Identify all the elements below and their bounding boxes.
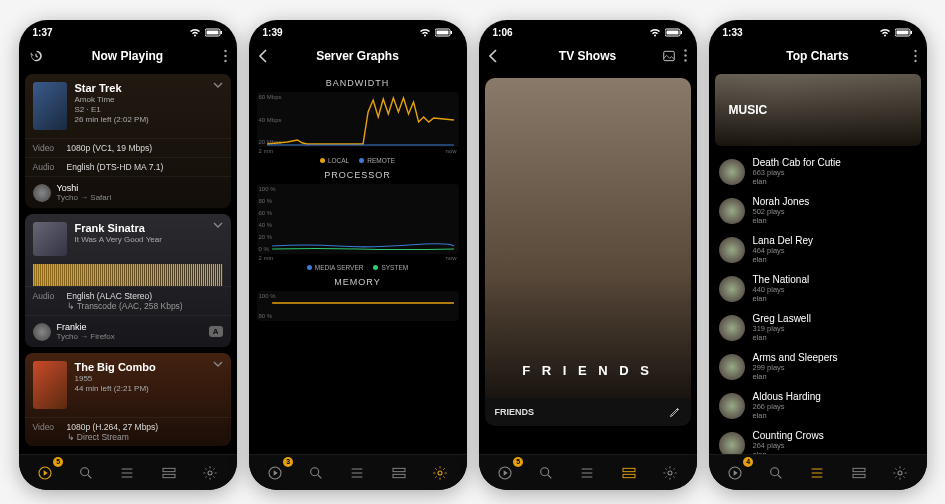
status-bar: 1:37 [19, 20, 237, 42]
chart-item[interactable]: Lana Del Rey464 playselan [715, 230, 921, 269]
nowplaying-card[interactable]: The Big Combo 1955 44 min left (2:21 PM)… [25, 353, 231, 446]
tab-list[interactable] [801, 459, 833, 487]
tv-card[interactable]: F R I E N D S FRIENDS [485, 78, 691, 426]
svg-point-18 [438, 471, 442, 475]
artist-thumb [719, 393, 745, 419]
section-bandwidth: BANDWIDTH [255, 78, 461, 88]
tab-search[interactable] [760, 459, 792, 487]
tab-servers[interactable] [613, 459, 645, 487]
chart-item[interactable]: Norah Jones502 playselan [715, 191, 921, 230]
remaining: 26 min left (2:02 PM) [75, 115, 149, 124]
svg-rect-29 [623, 474, 635, 477]
chart-memory: 100 % 80 % [257, 291, 459, 321]
tab-search[interactable] [530, 459, 562, 487]
artist-plays: 663 plays [753, 168, 917, 177]
badge: 5 [513, 457, 523, 467]
artist-plays: 299 plays [753, 363, 917, 372]
tab-settings[interactable] [194, 459, 226, 487]
status-bar: 1:33 [709, 20, 927, 42]
svg-rect-22 [663, 51, 674, 60]
svg-point-15 [311, 467, 319, 475]
tab-servers[interactable] [153, 459, 185, 487]
tab-settings[interactable] [654, 459, 686, 487]
tab-search[interactable] [300, 459, 332, 487]
nowplaying-card[interactable]: Star Trek Amok Time S2 · E1 26 min left … [25, 74, 231, 208]
episode: S2 · E1 [75, 105, 149, 114]
edit-icon[interactable] [669, 406, 681, 418]
battery-icon [205, 28, 223, 37]
more-icon[interactable] [224, 50, 227, 63]
wifi-icon [649, 28, 661, 37]
header: Server Graphs [249, 42, 467, 70]
svg-point-5 [224, 60, 226, 62]
more-icon[interactable] [914, 50, 917, 63]
chevron-down-icon[interactable] [213, 361, 223, 409]
chart-item[interactable]: Aldous Harding266 playselan [715, 386, 921, 425]
artist-plays: 440 plays [753, 285, 917, 294]
svg-point-4 [224, 55, 226, 57]
back-icon[interactable] [259, 49, 267, 63]
more-icon[interactable] [684, 49, 687, 63]
svg-rect-33 [910, 31, 912, 34]
poster [33, 361, 67, 409]
owner: elan [753, 294, 917, 303]
tab-settings[interactable] [884, 459, 916, 487]
svg-point-34 [914, 50, 916, 52]
svg-point-35 [914, 55, 916, 57]
owner: elan [753, 333, 917, 342]
chart-item[interactable]: Counting Crows264 playselan [715, 425, 921, 454]
tab-list[interactable] [341, 459, 373, 487]
artist-thumb [719, 354, 745, 380]
artist-name: The National [753, 274, 917, 285]
tab-search[interactable] [70, 459, 102, 487]
artist-plays: 266 plays [753, 402, 917, 411]
header: Now Playing [19, 42, 237, 70]
status-bar: 1:39 [249, 20, 467, 42]
tab-list[interactable] [571, 459, 603, 487]
header: TV Shows [479, 42, 697, 70]
svg-point-25 [684, 59, 686, 61]
badge: 4 [743, 457, 753, 467]
svg-rect-32 [896, 30, 908, 34]
svg-point-38 [771, 467, 779, 475]
artist-thumb [719, 315, 745, 341]
chart-item[interactable]: The National440 playselan [715, 269, 921, 308]
tab-settings[interactable] [424, 459, 456, 487]
chevron-down-icon[interactable] [213, 82, 223, 130]
chart-item[interactable]: Arms and Sleepers299 playselan [715, 347, 921, 386]
image-icon[interactable] [662, 49, 676, 63]
chart-item[interactable]: Death Cab for Cutie663 playselan [715, 152, 921, 191]
svg-rect-1 [206, 30, 218, 34]
tab-servers[interactable] [843, 459, 875, 487]
clock: 1:39 [263, 27, 283, 38]
back-icon[interactable] [489, 49, 497, 63]
media-title: Frank Sinatra [75, 222, 162, 234]
chevron-down-icon[interactable] [213, 222, 223, 256]
owner: elan [753, 177, 917, 186]
tab-nowplaying[interactable]: 3 [259, 459, 291, 487]
tab-list[interactable] [111, 459, 143, 487]
poster [33, 222, 67, 256]
chart-item[interactable]: Greg Laswell319 playselan [715, 308, 921, 347]
poster-logo: F R I E N D S [522, 363, 653, 378]
artist-thumb [719, 159, 745, 185]
media-subtitle: Amok Time [75, 95, 149, 104]
artist-plays: 464 plays [753, 246, 917, 255]
tab-servers[interactable] [383, 459, 415, 487]
tab-nowplaying[interactable]: 5 [29, 459, 61, 487]
phone-now-playing: 1:37 Now Playing Star Trek [19, 20, 237, 490]
history-icon[interactable] [29, 49, 43, 63]
tab-nowplaying[interactable]: 4 [719, 459, 751, 487]
artist-thumb [719, 198, 745, 224]
hero-banner[interactable]: MUSIC [715, 74, 921, 146]
chart-processor: 100 % 80 % 60 % 40 % 20 % 0 % [257, 184, 459, 254]
tab-nowplaying[interactable]: 5 [489, 459, 521, 487]
page-title: TV Shows [559, 49, 616, 63]
phone-server-graphs: 1:39 Server Graphs BANDWIDTH 60 Mbps 40 … [249, 20, 467, 490]
svg-point-3 [224, 50, 226, 52]
badge: 5 [53, 457, 63, 467]
wifi-icon [419, 28, 431, 37]
owner: elan [753, 372, 917, 381]
nowplaying-card[interactable]: Frank Sinatra It Was A Very Good Year Au… [25, 214, 231, 347]
media-title: Star Trek [75, 82, 149, 94]
